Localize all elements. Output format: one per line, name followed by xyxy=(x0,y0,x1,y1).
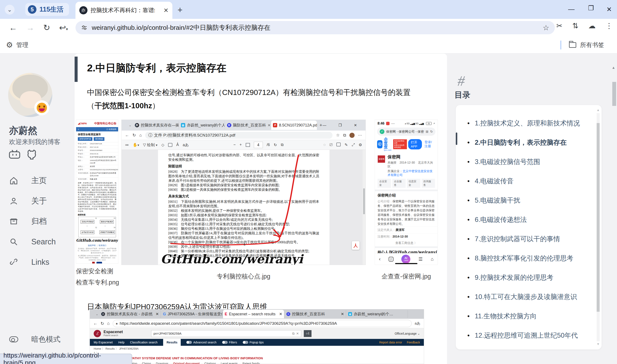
office-language-menu: Office/Language ⌄ xyxy=(395,332,420,335)
bookmark-manage-label: 管理 xyxy=(16,41,28,49)
pdf-page-input[interactable]: 4 xyxy=(254,142,263,148)
bookmark-manage[interactable]: ⚙ 管理 xyxy=(6,40,28,50)
toc-item[interactable]: •12.远程控思维可追溯上世纪50年代 xyxy=(456,326,602,345)
mobile-bottom-nav: ‹ 2 AI小米AI ☰ ⌂ xyxy=(375,253,437,265)
toc-item[interactable]: •1.控脑技术定义、原理和新技术情况 xyxy=(456,114,602,133)
sidebar-item-links[interactable]: Links xyxy=(9,252,56,272)
toc-item[interactable]: •3.电磁波控脑信号范围 xyxy=(456,152,602,171)
sidebar-item-home[interactable]: 主页 xyxy=(9,170,56,191)
updown-extension-icon[interactable]: ⇅ xyxy=(572,21,579,30)
embedded-tab: 亦控脑技术真实存在 - 亦蔚然✕ xyxy=(100,310,161,318)
sidebar-item-search[interactable]: Search xyxy=(9,232,56,252)
tab-group-number-badge: 5 xyxy=(28,5,37,14)
new-tab-button[interactable]: + xyxy=(178,5,182,15)
company-logo: 保密网 xyxy=(377,154,386,164)
page-scrollbar-thumb[interactable] xyxy=(612,82,616,106)
forward-button[interactable]: → xyxy=(26,23,34,32)
address-bar[interactable]: weiranyi.github.io/p/control-brain/#2中日脑… xyxy=(76,21,555,34)
toc-card: •1.控脑技术定义、原理和新技术情况 •2.中日脑防专利，表示控脑存在 •3.电… xyxy=(456,105,602,350)
status-time: 8:46 xyxy=(377,122,384,125)
window-restore-button[interactable]: ❐ xyxy=(588,4,594,12)
gear-icon: ⚙ xyxy=(6,40,13,50)
section-heading[interactable]: 2.中日脑防专利，表示控脑存在 xyxy=(87,61,226,75)
pdf-content: 信号,通过车辆的可移动性,可以对涉密场所内部、可控区、以及非可控区域进行全面、大… xyxy=(122,150,366,265)
github-icon[interactable] xyxy=(26,150,37,159)
back-button[interactable]: ← xyxy=(9,23,17,32)
clip-extension-icon[interactable]: ✂ xyxy=(556,21,563,30)
dark-mode-label: 暗色模式 xyxy=(31,334,61,344)
pdf-scrollbar[interactable] xyxy=(362,150,366,265)
patent-search-input: pn=JPH07306259A⧉✕ xyxy=(151,330,301,337)
bookmarks-bar: ⚙ 管理 所有书签 xyxy=(0,37,617,53)
company-name: 保密网 xyxy=(388,154,435,160)
figure-patent-pdf-screenshot[interactable]: ⌄ 亦控脑技术真实存在—揭秘“我被脑…✕ ▦亦蔚然_weirany的个人空间-亦… xyxy=(121,120,366,265)
browser-menu-icon[interactable]: ⋮ xyxy=(605,21,613,30)
toc-item[interactable]: •11.生物技术控脑方向 xyxy=(456,307,602,326)
home-icon: ⌂ xyxy=(431,256,434,262)
app-icon xyxy=(386,122,389,125)
blog-sidebar: 亦蔚然 欢迎来到我的博客 主页 关于 归档 Search xyxy=(0,53,75,364)
patent-result-title: TELEPATHY SYSTEM DEFENSE UNIT IN COMMUNI… xyxy=(122,356,263,360)
patent-title: 保密安全检查监测车 xyxy=(78,133,116,136)
site-favicon: 亦 xyxy=(79,6,88,14)
toc-item[interactable]: •6.电磁波传递想法 xyxy=(456,210,602,229)
view-business-info-link: 查看工商信息 〉 xyxy=(375,240,437,246)
archive-icon xyxy=(9,217,18,226)
smiley-icon xyxy=(37,103,47,113)
tab-close-icon[interactable]: ✕ xyxy=(164,7,168,14)
status-url-bubble: https://weiranyi.github.io/p/control-bra… xyxy=(0,354,132,364)
article-main: 2.中日脑防专利，表示控脑存在 中国保密公司保密安全检测检查车专利（CN1072… xyxy=(75,53,447,364)
window-minimize-button[interactable]: — xyxy=(568,6,575,13)
status-icons: ⌀ 5G ▂▄▆ 5G ▂▄▆ xyxy=(405,122,424,125)
toc-item[interactable]: •5.电磁波脑干扰 xyxy=(456,191,602,210)
battery-icon: 21 xyxy=(426,122,432,125)
bookmark-star-icon[interactable]: ☆ xyxy=(543,23,549,32)
embedded-tab: 百脑防技术_百度百科✕ xyxy=(225,121,271,130)
figure-caption: 检查车专利.png xyxy=(76,278,119,287)
figure-caption: 专利脑控核心点.jpg xyxy=(121,272,366,281)
link-icon xyxy=(9,258,18,266)
page-scrollbar-up-arrow[interactable]: ▲ xyxy=(612,65,615,70)
sidebar-item-archive[interactable]: 归档 xyxy=(9,211,56,232)
patent-masthead: 中国专利公布公告 xyxy=(94,122,116,125)
breadcrumb: Home 〉 Results 〉 JPH07306259A xyxy=(90,346,424,351)
all-bookmarks-label[interactable]: 所有书签 xyxy=(580,41,604,49)
extension-arrow-button[interactable]: ↩▾ xyxy=(59,23,68,32)
sidebar-item-label: 主页 xyxy=(31,175,47,186)
toc-item[interactable]: •4.电磁波传音 xyxy=(456,171,602,191)
toc-item[interactable]: •7.意识控制武器可以干的事情 xyxy=(456,229,602,249)
tab-search-chevron-icon[interactable]: ⌄ xyxy=(5,5,14,14)
window-close-button[interactable]: ✕ xyxy=(606,6,612,13)
ai-button: AI小米AI xyxy=(401,255,410,264)
figure-espacenet-screenshot[interactable]: ⌄ 亦控脑技术真实存在 - 亦蔚然✕ GJPH07306259A - 生体情報送… xyxy=(90,309,424,364)
toc-item-active[interactable]: •2.中日脑防专利，表示控脑存在 xyxy=(456,133,602,152)
folder-icon xyxy=(569,42,576,48)
reload-button[interactable]: ↻ xyxy=(43,23,50,32)
mobile-search-bar: ✓保密网 - 保密网公司 - 保密网竞品…⊞↻ xyxy=(377,128,436,136)
site-settings-icon[interactable] xyxy=(81,25,88,31)
pdf-toolbar: ≔✋▾▽ 绘制 ▾◇A̓aあ −+ 4/6↻⧉ ◌⎚✎⤢⚙ xyxy=(122,140,366,150)
active-tab[interactable]: 亦 控脑技术不再科幻：靠谱线索汇 ✕ xyxy=(76,2,172,19)
dark-mode-toggle[interactable]: 暗色模式 xyxy=(9,334,61,344)
home-icon xyxy=(9,176,18,185)
figure-patent-page-image[interactable]: ◢CNIPA中国专利公布公告 ≡◎ 使用说明 保密安全检查监测车 发明专利申请 … xyxy=(76,120,118,264)
embedded-tab: 百控脑技术_百度百科✕ xyxy=(285,310,346,318)
toc-item[interactable]: •10.特工可在大脑漫步及读脑潜意识 xyxy=(456,287,602,307)
cloud-extension-icon[interactable]: ☁ xyxy=(588,21,596,30)
espacenet-url: https://worldwide.espacenet.com/patent/s… xyxy=(120,321,337,326)
toc-item[interactable]: •9.控脑技术发展的伦理思考 xyxy=(456,268,602,287)
sidebar-item-about[interactable]: 关于 xyxy=(9,191,56,211)
toc-item[interactable]: •8.脑控技术军事化引发的伦理思考 xyxy=(456,249,602,268)
toc-scrollbar[interactable]: ▲ ▼ xyxy=(596,108,600,346)
toc-item[interactable]: •13.其他线索 xyxy=(456,345,602,350)
person-icon xyxy=(9,197,18,205)
sidebar-item-label: Search xyxy=(31,237,56,246)
tab-group-chip[interactable]: 5 115生活 xyxy=(25,3,69,16)
home-indicator xyxy=(395,263,417,264)
page-content: 亦蔚然 欢迎来到我的博客 主页 关于 归档 Search xyxy=(0,53,617,364)
bilibili-icon[interactable] xyxy=(9,150,20,159)
watermark: GitHub.com/weiranyi xyxy=(76,238,118,242)
toggle-icon xyxy=(9,336,18,342)
figure-qcc-mobile-image[interactable]: 8:46⋯ ⌀ 5G ▂▄▆ 5G ▂▄▆21⚡ ✓保密网 - 保密网公司 - … xyxy=(375,120,438,265)
bookmarks-divider xyxy=(560,40,561,50)
